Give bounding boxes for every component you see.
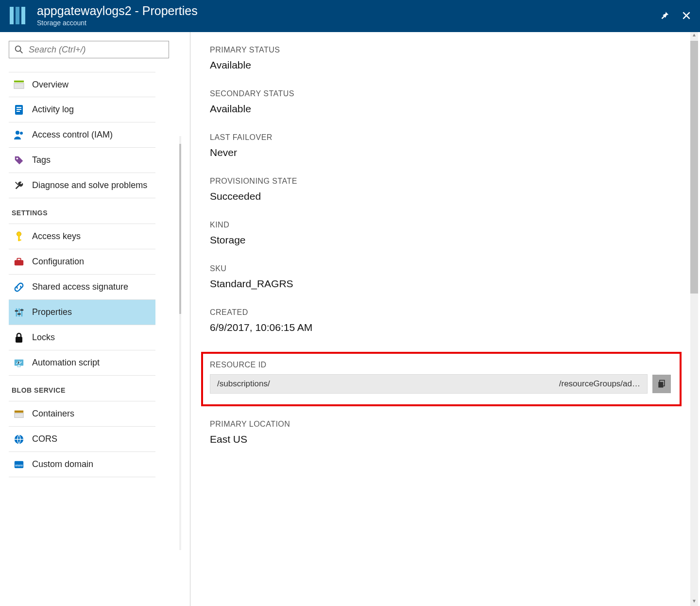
scroll-up-arrow[interactable]: ▲: [179, 136, 181, 144]
property-field: SKUStandard_RAGRS: [210, 264, 681, 290]
sidebar-item-properties[interactable]: Properties: [9, 300, 155, 325]
field-label: PROVISIONING STATE: [210, 177, 681, 186]
search-icon: [14, 44, 24, 57]
section-title: SETTINGS: [9, 198, 155, 224]
svg-rect-0: [10, 7, 14, 24]
sidebar-item-custom-domain[interactable]: wwwCustom domain: [9, 452, 155, 477]
key-icon: [13, 230, 25, 243]
search-wrap: [9, 41, 181, 58]
toolbox-icon: [13, 256, 25, 268]
scrollbar-thumb[interactable]: [690, 41, 698, 294]
sidebar-item-label: Activity log: [32, 104, 74, 115]
sidebar-item-activity-log[interactable]: Activity log: [9, 97, 155, 122]
svg-rect-21: [15, 310, 18, 312]
copy-icon: [657, 379, 666, 389]
field-label: PRIMARY LOCATION: [210, 420, 681, 429]
resource-id-tail: /resourceGroups/ad…: [559, 379, 640, 389]
sidebar-item-label: Diagnose and solve problems: [32, 180, 147, 190]
lock-icon: [13, 331, 25, 344]
sidebar-item-label: Configuration: [32, 257, 84, 267]
sidebar-item-label: Overview: [32, 80, 68, 90]
blade-title: appgatewaylogs2 - Properties: [37, 4, 658, 18]
sidebar-item-access-keys[interactable]: Access keys: [9, 224, 155, 249]
svg-rect-8: [17, 109, 21, 110]
search-input[interactable]: [9, 41, 169, 58]
sidebar-item-automation[interactable]: Automation script: [9, 350, 155, 376]
property-field: PRIMARY STATUSAvailable: [210, 46, 681, 71]
svg-rect-7: [17, 107, 21, 108]
field-value: East US: [210, 433, 681, 445]
field-value: Succeeded: [210, 190, 681, 202]
field-label: SECONDARY STATUS: [210, 89, 681, 98]
field-label: KIND: [210, 221, 681, 229]
section-title: BLOB SERVICE: [9, 376, 155, 401]
sidebar-item-label: Tags: [32, 155, 51, 165]
sidebar-item-sas[interactable]: Shared access signature: [9, 275, 155, 300]
field-label: LAST FAILOVER: [210, 133, 681, 142]
field-label: SKU: [210, 264, 681, 273]
svg-rect-4: [14, 81, 24, 83]
svg-rect-18: [16, 308, 17, 316]
activity-log-icon: [13, 104, 25, 116]
pin-icon[interactable]: [658, 10, 670, 21]
script-icon: [13, 357, 25, 369]
sliders-icon: [13, 306, 25, 319]
resource-id-input[interactable]: /subscriptions/ /resourceGroups/ad…: [210, 374, 648, 394]
sidebar-item-label: CORS: [32, 434, 57, 444]
sidebar-item-label: Access control (IAM): [32, 130, 113, 140]
overview-icon: [13, 78, 25, 91]
field-value: Standard_RAGRS: [210, 278, 681, 290]
people-icon: [13, 129, 25, 141]
field-value: 6/9/2017, 10:06:15 AM: [210, 322, 681, 333]
sidebar-item-overview[interactable]: Overview: [9, 72, 155, 97]
resource-id-highlight: RESOURCE ID /subscriptions/ /resourceGro…: [201, 352, 682, 406]
svg-rect-29: [15, 410, 23, 413]
wrench-icon: [13, 179, 25, 192]
property-field: PRIMARY LOCATIONEast US: [210, 420, 681, 445]
main-scrollbar[interactable]: ▲ ▼: [690, 32, 698, 606]
svg-rect-22: [17, 313, 20, 314]
property-field: KINDStorage: [210, 221, 681, 246]
sidebar-item-label: Locks: [32, 332, 55, 343]
scroll-up-arrow[interactable]: ▲: [690, 32, 698, 40]
property-field: CREATED6/9/2017, 10:06:15 AM: [210, 308, 681, 333]
link-icon: [13, 281, 25, 294]
svg-point-3: [16, 46, 21, 52]
globe-icon: [13, 433, 25, 446]
svg-point-13: [17, 231, 21, 236]
field-label-resource-id: RESOURCE ID: [210, 361, 671, 369]
svg-rect-1: [16, 7, 19, 24]
svg-rect-23: [20, 309, 23, 311]
sidebar-item-label: Automation script: [32, 358, 100, 368]
svg-rect-19: [18, 308, 20, 316]
close-icon[interactable]: [681, 10, 692, 21]
sidebar-item-tags[interactable]: Tags: [9, 148, 155, 173]
sidebar-scrollbar[interactable]: ▲ ▼: [179, 144, 181, 542]
svg-rect-5: [14, 83, 24, 88]
property-field: PROVISIONING STATESucceeded: [210, 177, 681, 202]
sidebar-item-diagnose[interactable]: Diagnose and solve problems: [9, 173, 155, 198]
scroll-down-arrow[interactable]: ▼: [690, 598, 698, 606]
copy-button[interactable]: [652, 375, 671, 393]
sidebar-item-access-control[interactable]: Access control (IAM): [9, 122, 155, 148]
containers-icon: [13, 408, 25, 420]
svg-rect-24: [16, 337, 22, 343]
scrollbar-thumb[interactable]: [179, 144, 181, 314]
svg-rect-9: [17, 111, 20, 112]
blade-subtitle: Storage account: [37, 19, 658, 27]
sidebar-item-label: Properties: [32, 307, 72, 317]
field-label: PRIMARY STATUS: [210, 46, 681, 54]
sidebar-item-label: Access keys: [32, 231, 81, 242]
scroll-down-arrow[interactable]: ▼: [179, 542, 181, 550]
sidebar-item-cors[interactable]: CORS: [9, 427, 155, 452]
sidebar-item-configuration[interactable]: Configuration: [9, 249, 155, 275]
sidebar-item-label: Shared access signature: [32, 282, 128, 292]
svg-rect-15: [18, 239, 21, 241]
sidebar-item-containers[interactable]: Containers: [9, 401, 155, 427]
storage-account-icon: [8, 5, 29, 26]
sidebar-item-locks[interactable]: Locks: [9, 325, 155, 350]
svg-text:www: www: [15, 463, 23, 467]
www-icon: www: [13, 458, 25, 471]
svg-rect-30: [15, 413, 23, 417]
blade-header: appgatewaylogs2 - Properties Storage acc…: [0, 0, 700, 32]
